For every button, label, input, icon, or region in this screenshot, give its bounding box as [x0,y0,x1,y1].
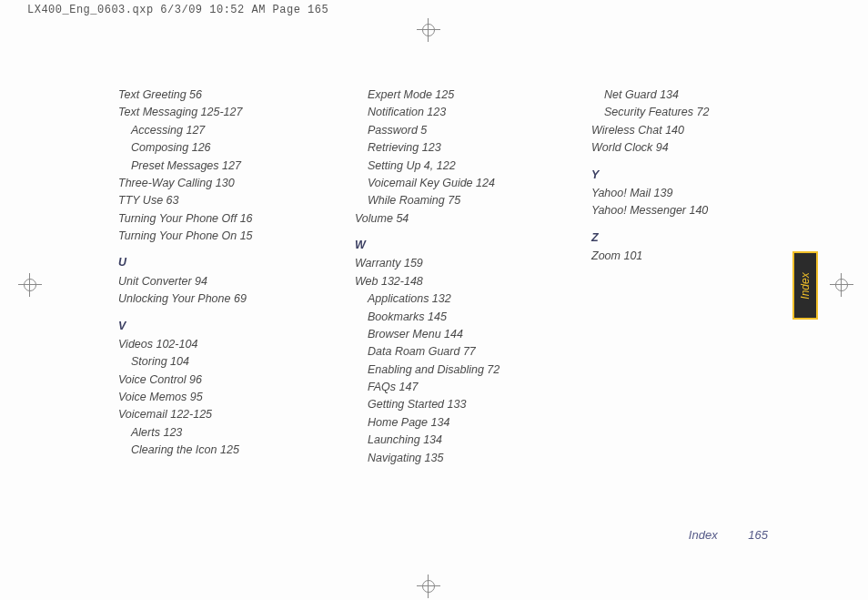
index-subentry: Bookmarks 145 [355,309,537,326]
index-subentry: Storing 104 [118,353,300,371]
index-subentry: Clearing the Icon 125 [118,442,300,459]
index-subentry: Enabling and Disabling 72 [355,361,537,379]
index-subentry: Security Features 72 [591,104,773,121]
index-subentry: Composing 126 [118,139,300,157]
index-entry: Turning Your Phone On 15 [118,228,300,245]
registration-mark-top [417,18,440,42]
index-letter-heading: Y [591,167,773,184]
index-entry: Unlocking Your Phone 69 [118,290,300,308]
index-subentry: Net Guard 134 [591,86,773,104]
index-subentry: Browser Menu 144 [355,326,537,343]
index-entry: TTY Use 63 [118,192,300,209]
registration-mark-bottom [417,575,440,598]
index-column: Expert Mode 125Notification 123Password … [355,86,537,467]
index-column: Net Guard 134Security Features 72Wireles… [591,86,773,467]
index-entry: Zoom 101 [591,248,773,265]
index-subentry: While Roaming 75 [355,192,537,209]
index-subentry: Preset Messages 127 [118,158,300,175]
index-subentry: Alerts 123 [118,424,300,442]
index-letter-heading: Z [591,229,773,247]
index-entry: World Clock 94 [591,139,773,157]
footer-label: Index [689,528,718,542]
index-letter-heading: U [118,254,300,271]
footer-page-number: 165 [748,528,768,542]
index-letter-heading: V [118,318,300,335]
page-footer: Index 165 [689,528,768,542]
registration-mark-left [18,273,42,297]
index-entry: Yahoo! Messenger 140 [591,202,773,219]
index-entry: Videos 102-104 [118,336,300,353]
index-subentry: Expert Mode 125 [355,86,537,104]
index-subentry: Retrieving 123 [355,139,537,157]
index-subentry: Notification 123 [355,104,537,121]
index-subentry: Data Roam Guard 77 [355,343,537,361]
index-subentry: Accessing 127 [118,122,300,139]
index-entry: Yahoo! Mail 139 [591,185,773,202]
page-content: Text Greeting 56Text Messaging 125-127Ac… [118,86,813,545]
index-subentry: Password 5 [355,122,537,139]
index-entry: Web 132-148 [355,273,537,290]
index-subentry: Home Page 134 [355,414,537,432]
index-subentry: FAQs 147 [355,379,537,396]
index-entry: Text Messaging 125-127 [118,104,300,121]
index-column: Text Greeting 56Text Messaging 125-127Ac… [118,86,300,467]
index-entry: Unit Converter 94 [118,273,300,290]
index-entry: Voice Memos 95 [118,389,300,406]
index-subentry: Getting Started 133 [355,396,537,413]
index-entry: Warranty 159 [355,255,537,272]
index-subentry: Voicemail Key Guide 124 [355,175,537,192]
index-entry: Wireless Chat 140 [591,122,773,139]
index-entry: Voicemail 122-125 [118,406,300,423]
registration-mark-right [830,273,853,297]
index-entry: Text Greeting 56 [118,86,300,104]
index-subentry: Navigating 135 [355,450,537,467]
index-entry: Turning Your Phone Off 16 [118,210,300,228]
index-subentry: Launching 134 [355,432,537,449]
index-entry: Volume 54 [355,210,537,228]
index-entry: Voice Control 96 [118,371,300,389]
index-letter-heading: W [355,237,537,254]
index-entry: Three-Way Calling 130 [118,175,300,192]
index-subentry: Applications 132 [355,290,537,308]
prepress-header: LX400_Eng_0603.qxp 6/3/09 10:52 AM Page … [27,4,328,16]
index-subentry: Setting Up 4, 122 [355,158,537,175]
